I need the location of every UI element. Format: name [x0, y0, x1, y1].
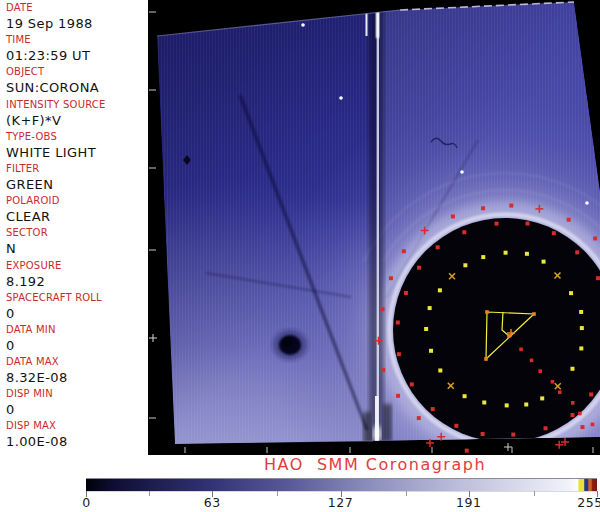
field-value: 0 — [6, 402, 148, 417]
footer: HAO SMM Coronagraph 0 63 127 191 255 — [0, 455, 600, 512]
field-data-max: DATA MAX 8.32E-08 — [6, 356, 148, 388]
colorbar-tick-label: 255 — [577, 495, 600, 510]
field-label: FILTER — [6, 163, 148, 175]
field-value: 19 Sep 1988 — [6, 16, 148, 31]
field-value: 0 — [6, 306, 148, 321]
colorbar-tick-label: 191 — [456, 495, 481, 510]
field-sector: SECTOR N — [6, 227, 148, 259]
field-label: EXPOSURE — [6, 260, 148, 272]
field-type-obs: TYPE-OBS WHITE LIGHT — [6, 131, 148, 163]
field-value: N — [6, 241, 148, 256]
colorbar-tick — [406, 491, 407, 496]
field-value: GREEN — [6, 177, 148, 192]
colorbar-tick — [149, 491, 150, 496]
field-time: TIME 01:23:59 UT — [6, 34, 148, 66]
field-exposure: EXPOSURE 8.192 — [6, 260, 148, 292]
field-label: SECTOR — [6, 227, 148, 239]
field-disp-min: DISP MIN 0 — [6, 388, 148, 420]
field-disp-max: DISP MAX 1.00E-08 — [6, 420, 148, 452]
field-label: INTENSITY SOURCE — [6, 99, 148, 111]
coronagraph-viewer-window: DATE 19 Sep 1988 TIME 01:23:59 UT OBJECT… — [0, 0, 600, 512]
field-polaroid: POLAROID CLEAR — [6, 195, 148, 227]
white-dot-artifact — [339, 96, 343, 100]
field-value: 8.32E-08 — [6, 370, 148, 385]
field-spacecraft-roll: SPACECRAFT ROLL 0 — [6, 292, 148, 324]
field-label: POLAROID — [6, 195, 148, 207]
field-label: DATA MAX — [6, 356, 148, 368]
field-label: DISP MIN — [6, 388, 148, 400]
field-object: OBJECT SUN:CORONA — [6, 66, 148, 98]
field-value: SUN:CORONA — [6, 80, 148, 95]
white-dot-artifact — [460, 170, 464, 174]
colorbar: 0 63 127 191 255 — [86, 478, 597, 511]
colorbar-tick — [277, 491, 278, 496]
colorbar-tick-label: 0 — [82, 495, 90, 510]
field-filter: FILTER GREEN — [6, 163, 148, 195]
white-dot-artifact — [301, 23, 305, 27]
field-value: CLEAR — [6, 209, 148, 224]
field-label: TIME — [6, 34, 148, 46]
field-label: DATA MIN — [6, 324, 148, 336]
field-intensity-source: INTENSITY SOURCE (K+F)*V — [6, 99, 148, 131]
field-label: TYPE-OBS — [6, 131, 148, 143]
pylon-shadow — [369, 8, 384, 444]
field-value: (K+F)*V — [6, 113, 148, 128]
corona-field — [148, 0, 600, 455]
field-label: DATE — [6, 2, 148, 14]
field-label: DISP MAX — [6, 420, 148, 432]
field-label: OBJECT — [6, 66, 148, 78]
coronagraph-display — [148, 0, 600, 455]
field-value: 0 — [6, 338, 148, 353]
image-title: HAO SMM Coronagraph — [150, 456, 600, 474]
field-label: SPACECRAFT ROLL — [6, 292, 148, 304]
field-data-min: DATA MIN 0 — [6, 324, 148, 356]
field-value: 01:23:59 UT — [6, 48, 148, 63]
colorbar-tick — [534, 491, 535, 496]
field-value: 1.00E-08 — [6, 434, 148, 449]
field-value: WHITE LIGHT — [6, 145, 148, 160]
colorbar-gradient — [86, 478, 597, 492]
white-dot-artifact — [585, 201, 589, 205]
field-date: DATE 19 Sep 1988 — [6, 2, 148, 34]
colorbar-tick-label: 127 — [328, 495, 353, 510]
metadata-sidebar: DATE 19 Sep 1988 TIME 01:23:59 UT OBJECT… — [0, 0, 148, 455]
pylon-bright-line — [377, 8, 379, 444]
field-value: 8.192 — [6, 274, 148, 289]
colorbar-tick-label: 63 — [204, 495, 221, 510]
